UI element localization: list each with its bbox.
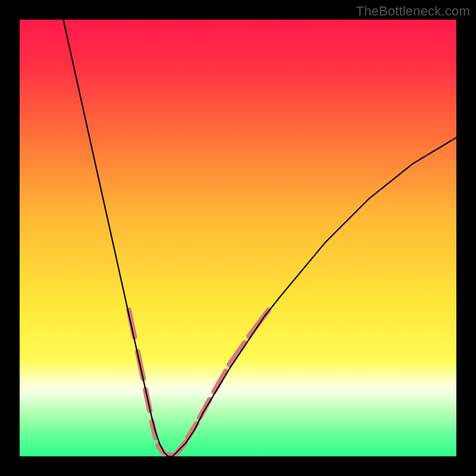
plot-area (20, 20, 456, 456)
bottleneck-curve (63, 20, 456, 456)
curve-svg (20, 20, 456, 456)
watermark-text: TheBottleneck.com (356, 4, 470, 19)
highlight-segment (229, 343, 245, 365)
highlight-segment (188, 424, 197, 438)
highlight-segment (199, 400, 209, 418)
highlight-segment (129, 310, 135, 337)
chart-frame: TheBottleneck.com (0, 0, 476, 476)
highlight-segment (214, 371, 226, 392)
highlight-segments-group (129, 310, 269, 455)
